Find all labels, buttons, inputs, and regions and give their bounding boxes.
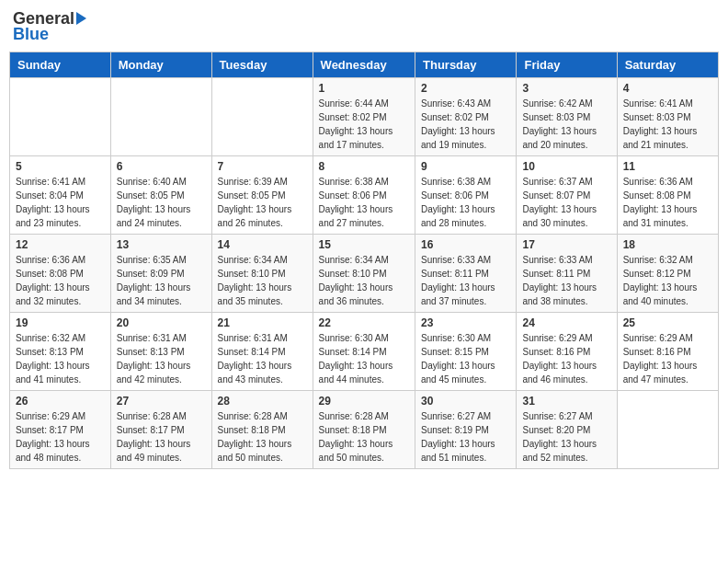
calendar-cell: 21Sunrise: 6:31 AMSunset: 8:14 PMDayligh… bbox=[211, 313, 313, 391]
cell-info: Sunrise: 6:29 AMSunset: 8:16 PMDaylight:… bbox=[623, 331, 712, 386]
cell-info: Sunrise: 6:29 AMSunset: 8:17 PMDaylight:… bbox=[16, 409, 105, 465]
cell-info: Sunrise: 6:33 AMSunset: 8:11 PMDaylight:… bbox=[522, 253, 610, 308]
calendar-week-row: 19Sunrise: 6:32 AMSunset: 8:13 PMDayligh… bbox=[10, 313, 719, 391]
cell-info: Sunrise: 6:29 AMSunset: 8:16 PMDaylight:… bbox=[522, 331, 610, 386]
cell-info: Sunrise: 6:36 AMSunset: 8:08 PMDaylight:… bbox=[16, 253, 105, 308]
calendar-cell: 9Sunrise: 6:38 AMSunset: 8:06 PMDaylight… bbox=[415, 156, 517, 235]
calendar-cell: 20Sunrise: 6:31 AMSunset: 8:13 PMDayligh… bbox=[110, 313, 211, 391]
calendar-cell: 13Sunrise: 6:35 AMSunset: 8:09 PMDayligh… bbox=[110, 235, 211, 313]
cell-info: Sunrise: 6:32 AMSunset: 8:13 PMDaylight:… bbox=[16, 331, 105, 386]
cell-info: Sunrise: 6:30 AMSunset: 8:15 PMDaylight:… bbox=[421, 331, 510, 386]
calendar-cell bbox=[110, 78, 211, 156]
calendar-week-row: 1Sunrise: 6:44 AMSunset: 8:02 PMDaylight… bbox=[10, 78, 719, 156]
cell-info: Sunrise: 6:31 AMSunset: 8:13 PMDaylight:… bbox=[117, 331, 206, 386]
cell-date-number: 9 bbox=[421, 160, 510, 173]
cell-info: Sunrise: 6:38 AMSunset: 8:06 PMDaylight:… bbox=[421, 175, 510, 230]
day-header-sunday: Sunday bbox=[10, 52, 111, 78]
cell-date-number: 1 bbox=[319, 82, 409, 95]
page-header: General Blue bbox=[9, 9, 719, 44]
cell-info: Sunrise: 6:38 AMSunset: 8:06 PMDaylight:… bbox=[319, 175, 409, 230]
cell-info: Sunrise: 6:40 AMSunset: 8:05 PMDaylight:… bbox=[117, 175, 206, 230]
cell-info: Sunrise: 6:33 AMSunset: 8:11 PMDaylight:… bbox=[421, 253, 510, 308]
cell-date-number: 7 bbox=[218, 160, 307, 173]
cell-date-number: 3 bbox=[522, 82, 610, 95]
cell-date-number: 14 bbox=[218, 238, 307, 251]
calendar-cell: 15Sunrise: 6:34 AMSunset: 8:10 PMDayligh… bbox=[313, 235, 415, 313]
calendar-cell: 25Sunrise: 6:29 AMSunset: 8:16 PMDayligh… bbox=[617, 313, 718, 391]
calendar-cell: 22Sunrise: 6:30 AMSunset: 8:14 PMDayligh… bbox=[313, 313, 415, 391]
calendar-cell bbox=[211, 78, 313, 156]
calendar-cell: 1Sunrise: 6:44 AMSunset: 8:02 PMDaylight… bbox=[313, 78, 415, 156]
calendar-cell: 4Sunrise: 6:41 AMSunset: 8:03 PMDaylight… bbox=[617, 78, 718, 156]
calendar-cell: 7Sunrise: 6:39 AMSunset: 8:05 PMDaylight… bbox=[211, 156, 313, 235]
cell-info: Sunrise: 6:34 AMSunset: 8:10 PMDaylight:… bbox=[319, 253, 409, 308]
cell-date-number: 22 bbox=[319, 316, 409, 329]
cell-info: Sunrise: 6:28 AMSunset: 8:18 PMDaylight:… bbox=[319, 409, 409, 465]
day-header-thursday: Thursday bbox=[415, 52, 517, 78]
cell-date-number: 4 bbox=[623, 82, 712, 95]
cell-info: Sunrise: 6:32 AMSunset: 8:12 PMDaylight:… bbox=[623, 253, 712, 308]
cell-info: Sunrise: 6:42 AMSunset: 8:03 PMDaylight:… bbox=[522, 97, 610, 152]
calendar-cell bbox=[10, 78, 111, 156]
calendar-table: SundayMondayTuesdayWednesdayThursdayFrid… bbox=[9, 52, 719, 469]
cell-date-number: 23 bbox=[421, 316, 510, 329]
calendar-cell: 5Sunrise: 6:41 AMSunset: 8:04 PMDaylight… bbox=[10, 156, 111, 235]
cell-info: Sunrise: 6:36 AMSunset: 8:08 PMDaylight:… bbox=[623, 175, 712, 230]
cell-date-number: 20 bbox=[117, 316, 206, 329]
calendar-cell: 27Sunrise: 6:28 AMSunset: 8:17 PMDayligh… bbox=[110, 391, 211, 469]
cell-date-number: 11 bbox=[623, 160, 712, 173]
cell-date-number: 18 bbox=[623, 238, 712, 251]
calendar-cell: 28Sunrise: 6:28 AMSunset: 8:18 PMDayligh… bbox=[211, 391, 313, 469]
calendar-cell: 17Sunrise: 6:33 AMSunset: 8:11 PMDayligh… bbox=[517, 235, 617, 313]
logo-arrow-icon bbox=[76, 12, 86, 25]
cell-info: Sunrise: 6:43 AMSunset: 8:02 PMDaylight:… bbox=[421, 97, 510, 152]
calendar-cell: 10Sunrise: 6:37 AMSunset: 8:07 PMDayligh… bbox=[517, 156, 617, 235]
calendar-week-row: 5Sunrise: 6:41 AMSunset: 8:04 PMDaylight… bbox=[10, 156, 719, 235]
cell-date-number: 29 bbox=[319, 395, 409, 408]
cell-date-number: 26 bbox=[16, 395, 105, 408]
cell-date-number: 10 bbox=[522, 160, 610, 173]
calendar-cell: 18Sunrise: 6:32 AMSunset: 8:12 PMDayligh… bbox=[617, 235, 718, 313]
calendar-cell: 11Sunrise: 6:36 AMSunset: 8:08 PMDayligh… bbox=[617, 156, 718, 235]
cell-info: Sunrise: 6:39 AMSunset: 8:05 PMDaylight:… bbox=[218, 175, 307, 230]
cell-date-number: 12 bbox=[16, 238, 105, 251]
cell-info: Sunrise: 6:44 AMSunset: 8:02 PMDaylight:… bbox=[319, 97, 409, 152]
day-header-wednesday: Wednesday bbox=[313, 52, 415, 78]
calendar-cell: 6Sunrise: 6:40 AMSunset: 8:05 PMDaylight… bbox=[110, 156, 211, 235]
cell-info: Sunrise: 6:41 AMSunset: 8:03 PMDaylight:… bbox=[623, 97, 712, 152]
calendar-cell: 12Sunrise: 6:36 AMSunset: 8:08 PMDayligh… bbox=[10, 235, 111, 313]
cell-info: Sunrise: 6:30 AMSunset: 8:14 PMDaylight:… bbox=[319, 331, 409, 386]
cell-info: Sunrise: 6:31 AMSunset: 8:14 PMDaylight:… bbox=[218, 331, 307, 386]
cell-info: Sunrise: 6:28 AMSunset: 8:17 PMDaylight:… bbox=[117, 409, 206, 465]
cell-date-number: 31 bbox=[522, 395, 610, 408]
calendar-cell: 23Sunrise: 6:30 AMSunset: 8:15 PMDayligh… bbox=[415, 313, 517, 391]
day-header-tuesday: Tuesday bbox=[211, 52, 313, 78]
calendar-week-row: 26Sunrise: 6:29 AMSunset: 8:17 PMDayligh… bbox=[10, 391, 719, 469]
cell-date-number: 15 bbox=[319, 238, 409, 251]
cell-date-number: 13 bbox=[117, 238, 206, 251]
day-header-monday: Monday bbox=[110, 52, 211, 78]
cell-date-number: 24 bbox=[522, 316, 610, 329]
cell-date-number: 30 bbox=[421, 395, 510, 408]
calendar-cell: 16Sunrise: 6:33 AMSunset: 8:11 PMDayligh… bbox=[415, 235, 517, 313]
cell-date-number: 25 bbox=[623, 316, 712, 329]
logo-blue-text: Blue bbox=[13, 25, 49, 44]
cell-date-number: 6 bbox=[117, 160, 206, 173]
cell-date-number: 2 bbox=[421, 82, 510, 95]
cell-date-number: 8 bbox=[319, 160, 409, 173]
calendar-cell: 19Sunrise: 6:32 AMSunset: 8:13 PMDayligh… bbox=[10, 313, 111, 391]
calendar-cell: 26Sunrise: 6:29 AMSunset: 8:17 PMDayligh… bbox=[10, 391, 111, 469]
cell-date-number: 28 bbox=[218, 395, 307, 408]
cell-info: Sunrise: 6:27 AMSunset: 8:19 PMDaylight:… bbox=[421, 409, 510, 465]
cell-info: Sunrise: 6:34 AMSunset: 8:10 PMDaylight:… bbox=[218, 253, 307, 308]
cell-date-number: 17 bbox=[522, 238, 610, 251]
calendar-cell: 3Sunrise: 6:42 AMSunset: 8:03 PMDaylight… bbox=[517, 78, 617, 156]
logo: General Blue bbox=[13, 9, 88, 44]
cell-info: Sunrise: 6:35 AMSunset: 8:09 PMDaylight:… bbox=[117, 253, 206, 308]
cell-date-number: 21 bbox=[218, 316, 307, 329]
day-header-saturday: Saturday bbox=[617, 52, 718, 78]
cell-info: Sunrise: 6:37 AMSunset: 8:07 PMDaylight:… bbox=[522, 175, 610, 230]
calendar-cell: 2Sunrise: 6:43 AMSunset: 8:02 PMDaylight… bbox=[415, 78, 517, 156]
calendar-cell: 24Sunrise: 6:29 AMSunset: 8:16 PMDayligh… bbox=[517, 313, 617, 391]
calendar-cell bbox=[617, 391, 718, 469]
